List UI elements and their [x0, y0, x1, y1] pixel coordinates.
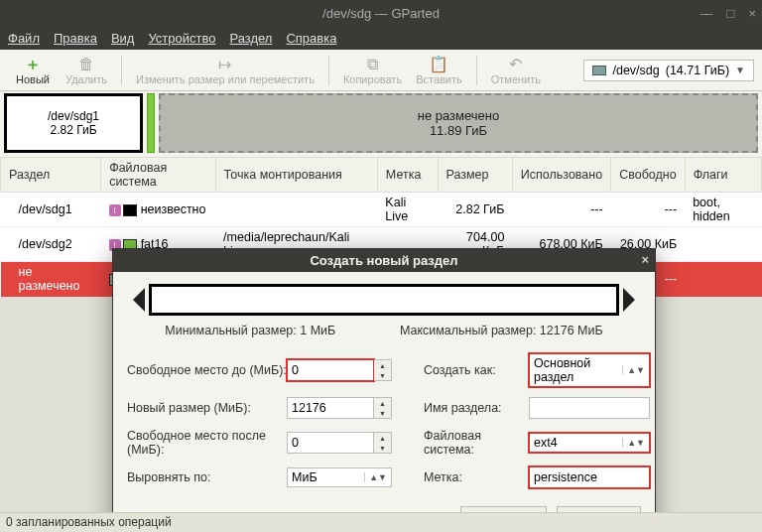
device-selector[interactable]: /dev/sdg (14.71 ГиБ) ▼	[583, 60, 754, 81]
dialog-form: Свободное место до (МиБ): ▲▼ Создать как…	[113, 347, 655, 502]
menu-file[interactable]: Файл	[8, 31, 40, 46]
paste-button: 📋Вставить	[410, 54, 468, 87]
col-unused[interactable]: Свободно	[611, 158, 685, 193]
new-size-label: Новый размер (МиБ):	[123, 401, 287, 415]
viz-unalloc-label: не размечено	[418, 108, 499, 123]
menubar: Файл Правка Вид Устройство Раздел Справк…	[0, 26, 762, 50]
new-size-input[interactable]	[287, 397, 374, 419]
menu-device[interactable]: Устройство	[148, 31, 215, 46]
align-label: Выровнять по:	[123, 470, 287, 484]
undo-button: ↶Отменить	[485, 54, 547, 87]
close-icon[interactable]: ×	[748, 6, 756, 21]
menu-partition[interactable]: Раздел	[229, 31, 272, 46]
col-flags[interactable]: Флаги	[685, 158, 761, 193]
new-button[interactable]: ＋Новый	[8, 54, 58, 87]
device-name: /dev/sdg	[612, 64, 659, 77]
slider-track[interactable]	[149, 284, 619, 316]
free-before-input[interactable]	[287, 359, 374, 381]
undo-icon: ↶	[509, 56, 522, 73]
trash-icon: 🗑	[78, 56, 94, 73]
chevron-down-icon: ▲▼	[364, 472, 387, 482]
resize-button: ↦Изменить размер или переместить	[130, 54, 320, 87]
dialog-close-icon[interactable]: ×	[641, 252, 649, 267]
col-partition[interactable]: Раздел	[1, 158, 101, 193]
table-row[interactable]: /dev/sdg1!неизвестноKali Live2.82 ГиБ---…	[1, 193, 762, 227]
viz-p1-size: 2.82 ГиБ	[50, 123, 96, 137]
size-slider	[113, 272, 655, 322]
new-size-field[interactable]: ▲▼	[287, 397, 396, 419]
free-after-field[interactable]: ▲▼	[287, 432, 396, 454]
window-title: /dev/sdg — GParted	[322, 6, 440, 21]
col-size[interactable]: Размер	[438, 158, 512, 193]
create-as-select[interactable]: Основной раздел▲▼	[529, 353, 650, 387]
chevron-down-icon: ▲▼	[622, 438, 645, 448]
device-size: (14.71 ГиБ)	[666, 64, 729, 77]
align-select[interactable]: МиБ▲▼	[287, 467, 392, 487]
dialog-title: Создать новый раздел ×	[113, 249, 655, 272]
window-controls: — □ ×	[700, 6, 756, 21]
free-before-label: Свободное место до (МиБ):	[123, 363, 287, 377]
label-label: Метка:	[420, 470, 529, 484]
slider-right-arrow-icon[interactable]	[623, 288, 635, 312]
partition-name-input[interactable]	[529, 397, 650, 419]
free-after-input[interactable]	[287, 432, 374, 454]
paste-icon: 📋	[429, 56, 448, 73]
col-used[interactable]: Использовано	[512, 158, 610, 193]
viz-partition-1[interactable]: /dev/sdg1 2.82 ГиБ	[4, 93, 143, 153]
partition-name-label: Имя раздела:	[420, 401, 529, 415]
copy-icon: ⧉	[367, 56, 378, 73]
partition-viz: /dev/sdg1 2.82 ГиБ не размечено 11.89 Ги…	[0, 91, 762, 157]
minimize-icon[interactable]: —	[700, 6, 713, 21]
col-label[interactable]: Метка	[377, 158, 438, 193]
maximize-icon[interactable]: □	[727, 6, 735, 21]
create-as-label: Создать как:	[420, 363, 529, 377]
menu-edit[interactable]: Правка	[54, 31, 97, 46]
fs-swatch-icon	[123, 204, 137, 216]
chevron-down-icon: ▼	[735, 65, 745, 75]
warning-icon: !	[109, 204, 121, 216]
separator	[121, 56, 122, 85]
label-input[interactable]	[529, 466, 650, 488]
separator	[328, 56, 329, 85]
table-header-row: Раздел Файловая система Точка монтирован…	[1, 158, 762, 193]
min-size-label: Минимальный размер: 1 МиБ	[165, 324, 335, 337]
viz-partition-2[interactable]	[147, 93, 155, 153]
filesystem-select[interactable]: ext4▲▼	[529, 433, 650, 453]
statusbar: 0 запланированных операций	[0, 512, 762, 532]
viz-unalloc-size: 11.89 ГиБ	[430, 123, 487, 138]
copy-button: ⧉Копировать	[337, 54, 408, 87]
device-swatch-icon	[592, 66, 606, 75]
free-before-spinner[interactable]: ▲▼	[374, 359, 392, 381]
size-hints: Минимальный размер: 1 МиБ Максимальный р…	[113, 322, 655, 347]
free-before-field[interactable]: ▲▼	[287, 359, 396, 381]
slider-left-arrow-icon[interactable]	[133, 288, 145, 312]
resize-icon: ↦	[218, 56, 231, 73]
free-after-label: Свободное место после (МиБ):	[123, 429, 287, 457]
menu-view[interactable]: Вид	[111, 31, 135, 46]
col-mount[interactable]: Точка монтирования	[215, 158, 377, 193]
chevron-down-icon: ▲▼	[622, 365, 645, 375]
free-after-spinner[interactable]: ▲▼	[374, 432, 392, 454]
max-size-label: Максимальный размер: 12176 МиБ	[400, 324, 603, 337]
new-size-spinner[interactable]: ▲▼	[374, 397, 392, 419]
separator	[476, 56, 477, 85]
delete-button: 🗑Удалить	[60, 54, 113, 87]
menu-help[interactable]: Справка	[286, 31, 336, 46]
col-fs[interactable]: Файловая система	[101, 158, 215, 193]
viz-unallocated[interactable]: не размечено 11.89 ГиБ	[159, 93, 758, 153]
plus-icon: ＋	[25, 56, 41, 73]
titlebar: /dev/sdg — GParted — □ ×	[0, 0, 762, 26]
viz-p1-name: /dev/sdg1	[48, 109, 99, 123]
filesystem-label: Файловая система:	[420, 429, 529, 457]
toolbar: ＋Новый 🗑Удалить ↦Изменить размер или пер…	[0, 50, 762, 91]
create-partition-dialog: Создать новый раздел × Минимальный разме…	[112, 248, 656, 532]
